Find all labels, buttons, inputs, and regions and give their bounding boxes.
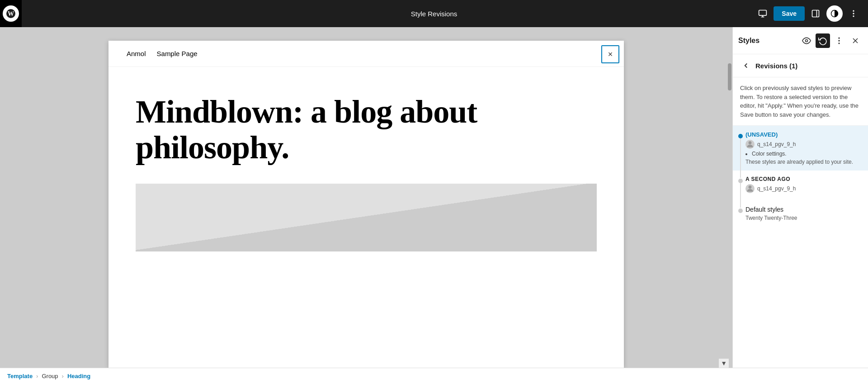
change-item: Color settings. <box>752 151 861 157</box>
revision-note-unsaved: These styles are already applied to your… <box>745 159 861 165</box>
svg-point-17 <box>749 141 752 144</box>
revision-item-default[interactable]: Default styles Twenty Twenty-Three <box>733 200 868 227</box>
svg-point-10 <box>853 16 854 17</box>
revision-label-default: Default styles <box>745 206 861 213</box>
canvas-close-button[interactable]: × <box>601 45 619 63</box>
revision-user-second-ago: q_s14_pgv_9_h <box>745 184 861 193</box>
revision-username-second-ago: q_s14_pgv_9_h <box>757 185 796 192</box>
close-sidebar-button[interactable] <box>848 33 863 48</box>
wp-logo-inner: W <box>3 5 19 22</box>
eye-icon <box>802 36 811 45</box>
svg-point-13 <box>839 40 840 41</box>
revision-sublabel-default: Twenty Twenty-Three <box>745 215 861 221</box>
revision-user-unsaved: q_s14_pgv_9_h <box>745 140 861 149</box>
nav-item-sample-page[interactable]: Sample Page <box>157 50 198 57</box>
toolbar: W Style Revisions Save <box>0 0 868 27</box>
revisions-header: Revisions (1) <box>733 54 868 77</box>
close-sidebar-icon <box>851 36 860 45</box>
canvas-image-placeholder <box>136 184 597 251</box>
styles-preview-button[interactable] <box>799 33 814 48</box>
toolbar-right: Save <box>755 5 861 22</box>
svg-point-12 <box>839 38 840 38</box>
contrast-icon <box>830 9 839 18</box>
toolbar-title: Style Revisions <box>411 10 458 18</box>
revisions-title: Revisions (1) <box>755 62 797 70</box>
toolbar-left: W <box>7 0 25 27</box>
ellipsis-v-icon <box>835 36 844 45</box>
canvas-heading: Mindblown: a blog about philosophy. <box>136 94 597 166</box>
breadcrumb-bar: Template › Group › Heading <box>0 368 868 384</box>
sidebar-panel: Styles <box>732 27 868 368</box>
desktop-preview-button[interactable] <box>755 6 770 21</box>
more-options-icon <box>849 9 858 18</box>
sidebar-title: Styles <box>738 37 760 45</box>
svg-rect-2 <box>759 10 767 16</box>
canvas-frame: × Anmol Sample Page Mindblown: a blog ab… <box>108 41 624 368</box>
svg-point-8 <box>853 10 854 11</box>
desktop-icon <box>758 9 767 18</box>
svg-text:W: W <box>8 10 14 17</box>
canvas-content: Mindblown: a blog about philosophy. <box>108 67 624 270</box>
breadcrumb-group[interactable]: Group <box>42 373 58 379</box>
wordpress-icon: W <box>6 9 16 19</box>
main-area: × Anmol Sample Page Mindblown: a blog ab… <box>0 27 868 368</box>
sidebar-toggle-button[interactable] <box>808 6 823 21</box>
revision-label-unsaved: (UNSAVED) <box>745 131 861 138</box>
close-icon: × <box>608 50 613 59</box>
revision-dot-second-ago <box>738 179 743 183</box>
more-options-button[interactable] <box>846 6 861 21</box>
contrast-button[interactable] <box>826 5 843 22</box>
revision-item-second-ago[interactable]: A SECOND AGO q_s14_pgv_9_h <box>733 171 868 200</box>
breadcrumb-heading[interactable]: Heading <box>67 373 90 379</box>
breadcrumb-sep-1: › <box>36 373 38 379</box>
revision-item-unsaved[interactable]: (UNSAVED) q_s14_pgv_9_h Color settings. … <box>733 126 868 171</box>
revisions-button[interactable] <box>816 33 830 48</box>
history-icon <box>818 36 827 45</box>
canvas-bottom-arrow[interactable]: ▼ <box>719 359 729 368</box>
more-sidebar-options-button[interactable] <box>832 33 846 48</box>
revision-label-second-ago: A SECOND AGO <box>745 176 861 182</box>
sidebar-header: Styles <box>733 27 868 54</box>
revision-username-unsaved: q_s14_pgv_9_h <box>757 141 796 147</box>
revision-dot-default <box>738 209 743 213</box>
svg-point-14 <box>839 43 840 44</box>
breadcrumb-sep-2: › <box>62 373 64 379</box>
revision-avatar-second-ago <box>745 184 755 193</box>
revisions-list: (UNSAVED) q_s14_pgv_9_h Color settings. … <box>733 126 868 368</box>
breadcrumb-template[interactable]: Template <box>7 373 33 379</box>
sidebar-toggle-icon <box>811 9 820 18</box>
user-avatar-2-icon <box>745 184 755 193</box>
revisions-description: Click on previously saved styles to prev… <box>733 77 868 126</box>
revision-changes-unsaved: Color settings. <box>745 151 861 157</box>
sidebar-header-icons <box>799 33 863 48</box>
back-icon <box>742 62 750 70</box>
revision-avatar-unsaved <box>745 140 755 149</box>
svg-point-11 <box>806 39 808 42</box>
sidebar-header-left: Styles <box>738 37 760 45</box>
svg-point-9 <box>853 13 854 14</box>
svg-rect-5 <box>812 10 819 17</box>
wp-logo[interactable]: W <box>0 0 22 27</box>
save-button[interactable]: Save <box>774 6 805 21</box>
canvas-wrapper: × Anmol Sample Page Mindblown: a blog ab… <box>0 27 732 368</box>
canvas-nav: Anmol Sample Page <box>108 41 624 67</box>
nav-item-anmol[interactable]: Anmol <box>127 50 146 57</box>
canvas-scrollbar[interactable] <box>728 63 731 154</box>
canvas-scrollbar-thumb <box>728 63 731 90</box>
revisions-back-button[interactable] <box>740 60 752 71</box>
user-avatar-icon <box>745 140 755 149</box>
revision-dot-unsaved <box>738 134 743 138</box>
svg-point-18 <box>749 185 752 189</box>
